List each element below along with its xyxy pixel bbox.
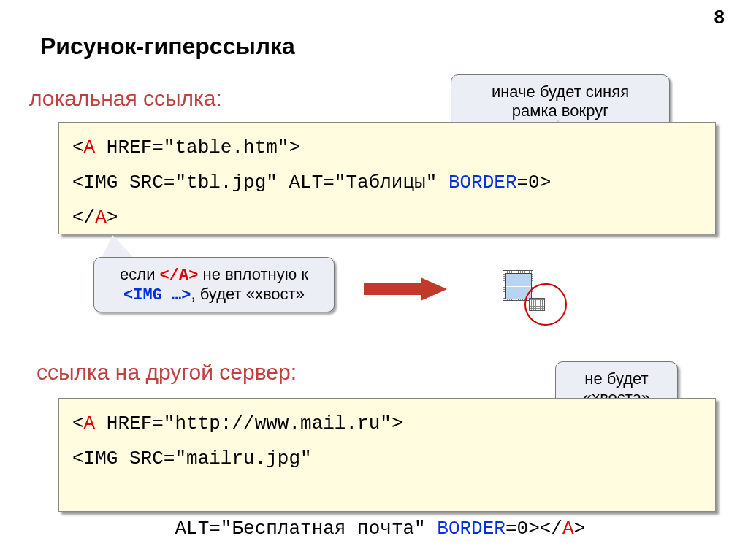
code-tag: <IMG …>: [123, 286, 191, 304]
section-heading-local: локальная ссылка:: [29, 86, 222, 111]
callout-line: рамка вокруг: [463, 101, 657, 120]
code-tag: </A>: [160, 266, 199, 285]
code-line: ALT="Бесплатная почта" BORDER=0></A>: [72, 476, 702, 560]
code-line: <IMG SRC="tbl.jpg" ALT="Таблицы" BORDER=…: [72, 165, 702, 200]
code-block-1: <A HREF="table.htm"> <IMG SRC="tbl.jpg" …: [58, 122, 716, 234]
callout-blue-border: иначе будет синяя рамка вокруг: [451, 74, 670, 129]
section-heading-remote: ссылка на другой сервер:: [37, 360, 297, 385]
callout-tail-icon: [102, 235, 133, 257]
callout-line: иначе будет синяя: [463, 83, 657, 101]
code-line: <IMG SRC="mailru.jpg": [72, 441, 702, 476]
callout-line: не будет: [568, 369, 665, 388]
code-line: </A>: [72, 200, 702, 235]
page-number: 8: [714, 6, 725, 28]
text: , будет «хвост»: [191, 285, 305, 303]
text: если: [120, 265, 159, 283]
text: не вплотную к: [198, 265, 308, 283]
page-title: Рисунок-гиперссылка: [40, 33, 295, 60]
code-block-2: <A HREF="http://www.mail.ru"> <IMG SRC="…: [58, 398, 716, 512]
highlight-circle-icon: [524, 283, 567, 326]
code-line: <A HREF="table.htm">: [72, 130, 702, 165]
arrow-right-icon: [364, 277, 448, 301]
code-line: <A HREF="http://www.mail.ru">: [72, 406, 702, 441]
callout-tail-note: если </A> не вплотную к <IMG …>, будет «…: [94, 257, 335, 312]
